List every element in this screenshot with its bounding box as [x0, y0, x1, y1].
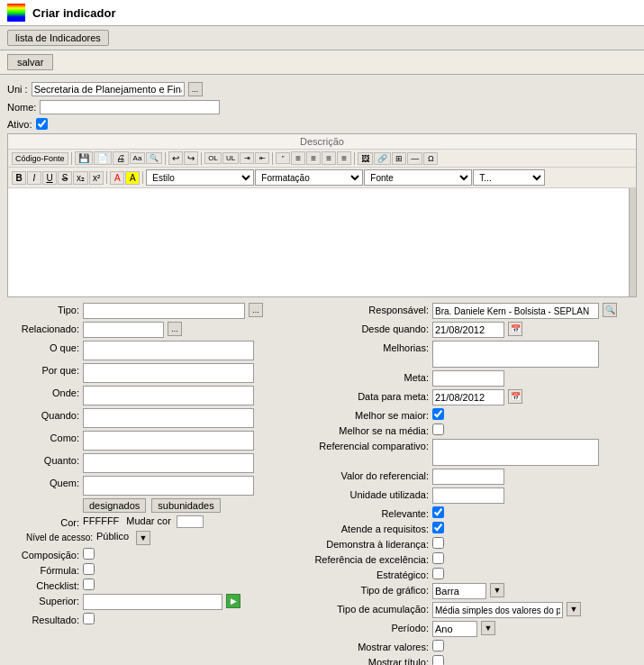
nome-input[interactable] [40, 100, 220, 114]
format-select[interactable]: Formatação [255, 169, 363, 186]
ativo-label: Ativo: [7, 119, 32, 130]
editor-scrollbar[interactable] [629, 188, 636, 296]
como-input[interactable] [83, 431, 254, 451]
superior-input[interactable] [83, 594, 222, 610]
atende-checkbox[interactable] [432, 522, 444, 533]
responsavel-browse-button[interactable]: 🔍 [603, 303, 617, 317]
italic-button[interactable]: I [27, 171, 41, 185]
new-button[interactable]: 📄 [94, 151, 112, 165]
tipo-grafico-browse-button[interactable]: ▼ [490, 583, 504, 597]
quando-input[interactable] [83, 408, 254, 428]
align-left-button[interactable]: ≡ [291, 151, 305, 165]
quanto-input[interactable] [83, 453, 254, 473]
font-color-button[interactable]: A [110, 171, 124, 185]
referencial-label: Referencial comparativo: [285, 439, 429, 451]
uni-browse-button[interactable]: ... [188, 82, 203, 96]
two-columns: Tipo: ... Relacionado: ... O que: Por qu… [7, 303, 637, 665]
print-button[interactable]: 🖨 [113, 151, 129, 165]
blockquote-button[interactable]: " [276, 152, 290, 164]
designados-button[interactable]: designados [83, 498, 146, 513]
meta-input[interactable] [432, 370, 504, 387]
save-editor-button[interactable]: 💾 [75, 151, 93, 165]
lista-indicadores-button[interactable]: lista de Indicadores [7, 30, 109, 46]
ul-button[interactable]: UL [222, 152, 239, 164]
estrategico-checkbox[interactable] [432, 568, 444, 579]
editor-textarea[interactable] [8, 188, 629, 296]
outdent-button[interactable]: ⇤ [255, 152, 269, 164]
referencial-row: Referencial comparativo: [285, 439, 637, 466]
melhorias-input[interactable] [432, 341, 599, 368]
periodo-input[interactable] [432, 621, 477, 637]
relacionado-input[interactable] [83, 322, 164, 338]
desde-quando-input[interactable] [432, 322, 504, 338]
strikethrough-button[interactable]: S [58, 171, 72, 185]
indent-button[interactable]: ⇥ [240, 152, 254, 164]
unidade-input[interactable] [432, 487, 504, 504]
onde-input[interactable] [83, 386, 254, 405]
find-button[interactable]: 🔍 [146, 152, 162, 164]
table-button[interactable]: ⊞ [392, 152, 406, 165]
tipo-acumulacao-input[interactable] [432, 602, 563, 618]
subscript-button[interactable]: x₂ [73, 171, 88, 185]
lideranca-checkbox[interactable] [432, 537, 444, 549]
special-char-button[interactable]: Ω [423, 152, 438, 165]
mostrar-valores-checkbox[interactable] [432, 640, 444, 651]
bold-button[interactable]: B [12, 171, 26, 185]
tipo-acumulacao-browse-button[interactable]: ▼ [567, 602, 581, 616]
uni-label: Uni : [7, 84, 28, 95]
por-que-input[interactable] [83, 363, 254, 383]
data-meta-input[interactable] [432, 389, 504, 405]
nivel-acesso-button[interactable]: ▼ [136, 531, 150, 545]
relacionado-browse-button[interactable]: ... [168, 322, 182, 336]
superior-browse-button[interactable]: ▶ [226, 594, 240, 608]
mudar-cor-label: Mudar cor [126, 515, 171, 526]
checklist-checkbox[interactable] [83, 578, 95, 590]
subunidades-button[interactable]: subunidades [151, 498, 220, 513]
save-button-top[interactable]: salvar [7, 54, 53, 70]
data-meta-calendar[interactable]: 📅 [508, 389, 522, 404]
melhor-maior-checkbox[interactable] [432, 408, 444, 420]
font-select[interactable]: Fonte [364, 169, 472, 186]
resultado-checkbox[interactable] [83, 613, 95, 624]
template-button[interactable]: Aa [130, 152, 146, 164]
formula-checkbox[interactable] [83, 563, 95, 575]
align-justify-button[interactable]: ≡ [337, 151, 351, 165]
tipo-input[interactable] [83, 303, 245, 319]
composicao-checkbox[interactable] [83, 548, 95, 560]
style-select[interactable]: Estilo [146, 169, 254, 186]
align-center-button[interactable]: ≡ [306, 151, 321, 165]
tipo-grafico-input[interactable] [432, 583, 486, 599]
melhor-media-checkbox[interactable] [432, 424, 444, 435]
uni-input[interactable] [32, 82, 185, 96]
quem-input[interactable] [83, 476, 254, 496]
ol-button[interactable]: OL [204, 152, 222, 164]
lideranca-label: Demonstra à liderança: [285, 537, 429, 550]
tipo-browse-button[interactable]: ... [249, 303, 263, 317]
lideranca-row: Demonstra à liderança: [285, 537, 637, 550]
superscript-button[interactable]: x² [89, 171, 104, 185]
ativo-checkbox[interactable] [36, 118, 48, 130]
valor-referencial-input[interactable] [432, 469, 504, 485]
relevante-checkbox[interactable] [432, 506, 444, 518]
referencial-input[interactable] [432, 439, 599, 466]
image-button[interactable]: 🖼 [358, 152, 373, 165]
o-que-input[interactable] [83, 341, 254, 360]
bg-color-button[interactable]: A [125, 171, 140, 185]
undo-button[interactable]: ↩ [168, 151, 183, 165]
responsavel-input[interactable] [432, 303, 599, 319]
color-swatch[interactable] [177, 515, 204, 528]
excelencia-checkbox[interactable] [432, 552, 444, 564]
hr-button[interactable]: — [407, 152, 422, 165]
mostrar-titulo-row: Mostrar título: [285, 655, 637, 665]
superior-label: Superior: [7, 594, 79, 606]
redo-button[interactable]: ↪ [184, 151, 198, 165]
underline-button[interactable]: U [42, 171, 57, 185]
size-select[interactable]: T... [473, 169, 545, 186]
source-button[interactable]: Código-Fonte [12, 152, 68, 165]
desde-quando-calendar[interactable]: 📅 [508, 322, 522, 336]
mostrar-valores-row: Mostrar valores: [285, 640, 637, 652]
mostrar-titulo-checkbox[interactable] [432, 655, 444, 665]
link-button[interactable]: 🔗 [374, 152, 391, 165]
align-right-button[interactable]: ≡ [322, 151, 336, 165]
periodo-browse-button[interactable]: ▼ [481, 621, 495, 635]
